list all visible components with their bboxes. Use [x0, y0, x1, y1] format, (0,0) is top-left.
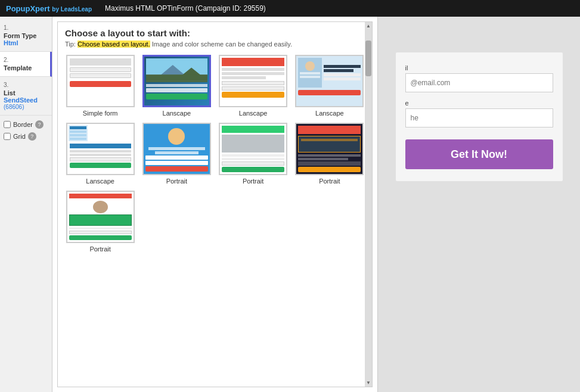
border-label: Border — [13, 121, 33, 128]
border-help-icon[interactable]: ? — [35, 120, 44, 129]
name-input[interactable] — [405, 108, 553, 127]
tip-suffix: Image and color scheme can be changed ea… — [152, 41, 292, 48]
templates-grid: Simple form — [65, 55, 365, 253]
step2-label: Template — [4, 64, 46, 71]
template-thumb-lanscape-2[interactable] — [219, 55, 287, 107]
brand-sub: by LeadsLeap — [52, 6, 92, 13]
step2-num: 2. — [4, 57, 46, 63]
vertical-scrollbar[interactable]: ▲ ▼ — [365, 22, 372, 387]
template-label-portrait-4: Portrait — [89, 245, 110, 253]
sidebar: 1. Form Type Html 2. Template 3. List Se… — [0, 17, 52, 392]
step3-value: SendSteed — [4, 97, 48, 104]
sidebar-item-template[interactable]: 2. Template — [0, 52, 52, 77]
cta-button[interactable]: Get It Now! — [405, 139, 553, 169]
campaign-title: Maximus HTML OPTinForm (Campaign ID: 295… — [105, 4, 266, 13]
tip-highlight: Choose based on layout. — [77, 41, 150, 48]
template-item-simple-form[interactable]: Simple form — [65, 55, 135, 117]
template-item-lanscape-4[interactable]: Lanscape — [65, 123, 135, 185]
svg-rect-3 — [146, 74, 207, 81]
chooser-title: Choose a layout to start with: — [65, 28, 365, 38]
email-field-group: il — [405, 64, 553, 92]
form-preview: il e Get It Now! — [396, 52, 563, 181]
template-thumb-lanscape-1[interactable] — [142, 55, 211, 107]
brand-logo: PopupXpert by LeadsLeap — [6, 4, 92, 13]
template-item-lanscape-1[interactable]: Lanscape — [141, 55, 212, 117]
template-label-portrait-3: Portrait — [319, 178, 340, 185]
template-item-portrait-3[interactable]: Portrait — [294, 123, 365, 185]
template-thumb-portrait-4[interactable] — [66, 191, 135, 243]
template-label-lanscape-4: Lanscape — [86, 178, 114, 185]
template-item-portrait-2[interactable]: Portrait — [218, 123, 289, 185]
grid-label: Grid — [13, 133, 26, 140]
template-thumb-lanscape-3[interactable] — [295, 55, 364, 107]
scroll-up-arrow[interactable]: ▲ — [366, 23, 371, 29]
template-item-portrait-4[interactable]: Portrait — [65, 191, 135, 253]
brand-name: PopupXpert — [6, 4, 50, 13]
template-label-lanscape-1: Lanscape — [163, 110, 191, 117]
email-label: il — [405, 64, 553, 71]
tip-prefix: Tip: — [65, 41, 76, 48]
grid-option[interactable]: Grid ? — [4, 132, 48, 141]
layout-chooser: Choose a layout to start with: Tip: Choo… — [57, 21, 373, 387]
name-field-group: e — [405, 99, 553, 127]
sidebar-options: Border ? Grid ? — [0, 116, 52, 149]
template-thumb-simple-form[interactable] — [66, 55, 135, 107]
name-label: e — [405, 99, 553, 107]
grid-help-icon[interactable]: ? — [28, 132, 36, 141]
sidebar-item-form-type[interactable]: 1. Form Type Html — [0, 20, 52, 52]
template-scroll-area[interactable]: Simple form — [58, 50, 372, 387]
step3-num: 3. — [4, 82, 48, 88]
template-thumb-portrait-2[interactable] — [219, 123, 287, 175]
template-thumb-lanscape-4[interactable] — [66, 123, 135, 175]
template-label-portrait-2: Portrait — [243, 178, 263, 185]
email-input[interactable] — [405, 73, 553, 92]
step1-num: 1. — [4, 24, 48, 31]
right-panel: il e Get It Now! — [377, 17, 580, 392]
step1-value: Html — [4, 39, 48, 46]
template-item-portrait-1[interactable]: Portrait — [141, 123, 212, 185]
border-option[interactable]: Border ? — [4, 120, 48, 129]
border-checkbox[interactable] — [4, 121, 11, 128]
chooser-tip: Tip: Choose based on layout. Image and c… — [65, 41, 365, 48]
step3-label: List — [4, 89, 48, 97]
grid-checkbox[interactable] — [4, 133, 11, 140]
template-label-lanscape-3: Lanscape — [315, 110, 344, 117]
template-label-lanscape-2: Lanscape — [239, 110, 268, 117]
template-label-simple-form: Simple form — [83, 110, 118, 117]
center-panel: Choose a layout to start with: Tip: Choo… — [52, 17, 377, 392]
template-label-portrait-1: Portrait — [166, 178, 187, 185]
sidebar-item-list[interactable]: 3. List SendSteed (68606) — [0, 77, 52, 116]
scroll-down-arrow[interactable]: ▼ — [366, 380, 371, 385]
topbar: PopupXpert by LeadsLeap Maximus HTML OPT… — [0, 0, 580, 17]
template-thumb-portrait-3[interactable] — [295, 123, 364, 175]
step1-label: Form Type — [4, 32, 48, 39]
template-item-lanscape-3[interactable]: Lanscape — [294, 55, 365, 117]
template-item-lanscape-2[interactable]: Lanscape — [218, 55, 289, 117]
chooser-header: Choose a layout to start with: Tip: Choo… — [58, 22, 372, 50]
step3-sub: (68606) — [4, 104, 48, 110]
scroll-thumb[interactable] — [365, 41, 371, 76]
template-thumb-portrait-1[interactable] — [142, 123, 211, 175]
